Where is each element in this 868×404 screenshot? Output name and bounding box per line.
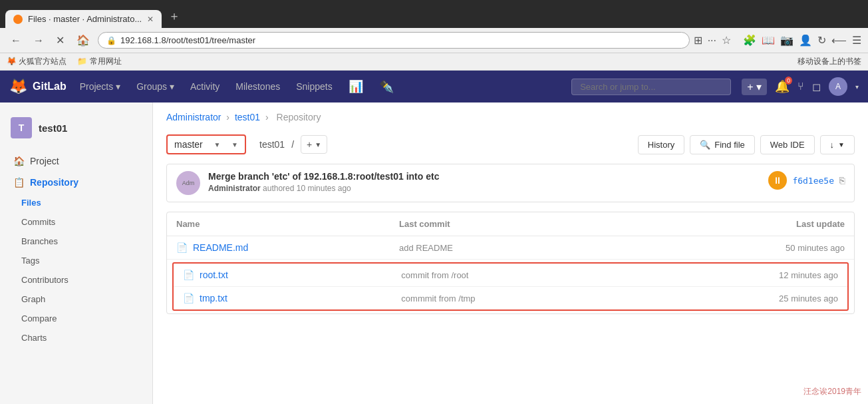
- address-bar[interactable]: 🔒 192.168.1.8/root/test01/tree/master: [98, 32, 690, 49]
- branch-actions: History 🔍 Find file Web IDE ↓ ▼: [638, 135, 855, 154]
- commits-label: Commits: [21, 217, 55, 227]
- star-icon[interactable]: ☆: [722, 34, 731, 47]
- sidebar-item-repository[interactable]: 📋 Repository: [0, 172, 152, 193]
- sidebar-item-tags[interactable]: Tags: [0, 251, 152, 270]
- screenshot-icon[interactable]: 📷: [780, 34, 794, 47]
- sidebar: T test01 🏠 Project 📋 Repository Files Co…: [0, 102, 153, 404]
- branch-selector[interactable]: master ▼: [166, 134, 246, 154]
- sidebar-repository-label: Repository: [30, 177, 78, 188]
- bookmarks-bar: 🦊 火狐官方站点 📁 常用网址 移动设备上的书签: [0, 53, 868, 71]
- file-icon-readme: 📄: [176, 242, 188, 253]
- file-row-readme[interactable]: 📄 README.md add README 50 minutes ago: [167, 236, 854, 260]
- graph-label: Graph: [21, 294, 45, 304]
- gitlab-logo[interactable]: 🦊 GitLab: [9, 78, 67, 95]
- nav-snippets[interactable]: Snippets: [293, 81, 335, 92]
- extensions-icon[interactable]: 🧩: [743, 34, 756, 47]
- file-name-root[interactable]: 📄 root.txt: [183, 270, 401, 280]
- home-button[interactable]: 🏠: [72, 33, 94, 48]
- sidebar-item-project[interactable]: 🏠 Project: [0, 150, 152, 172]
- bookmark-common[interactable]: 📁 常用网址: [77, 56, 121, 67]
- bell-icon[interactable]: 🔔0: [775, 79, 790, 94]
- file-row-root[interactable]: 📄 root.txt commit from /root 12 minutes …: [174, 264, 847, 287]
- plus-icon: +: [307, 139, 312, 150]
- breadcrumb-project[interactable]: test01: [235, 112, 260, 122]
- download-button[interactable]: ↓ ▼: [820, 135, 855, 154]
- sidebar-project-label: Project: [30, 156, 59, 166]
- bookmark-mobile[interactable]: 移动设备上的书签: [797, 56, 861, 67]
- file-name-tmp[interactable]: 📄 tmp.txt: [183, 293, 401, 303]
- commit-author-line: Administrator authored 10 minutes ago: [208, 184, 768, 193]
- profile-avatar[interactable]: A: [829, 77, 847, 96]
- reload-button[interactable]: ✕: [52, 33, 69, 48]
- plus-icon[interactable]: + ▾: [742, 79, 767, 95]
- reading-icon[interactable]: 📖: [762, 34, 775, 47]
- table-header: Name Last commit Last update: [167, 212, 854, 236]
- nav-activity[interactable]: Activity: [188, 81, 222, 92]
- tab-close-button[interactable]: ✕: [147, 15, 154, 24]
- col-last-update: Last update: [622, 219, 845, 229]
- sidebar-item-charts[interactable]: Charts: [0, 328, 152, 347]
- sidebar-item-commits[interactable]: Commits: [0, 212, 152, 232]
- file-update-root: 12 minutes ago: [620, 270, 838, 280]
- download-chevron: ▼: [838, 141, 845, 148]
- find-file-icon: 🔍: [700, 140, 710, 150]
- sidebar-item-files[interactable]: Files: [0, 193, 152, 212]
- merge-icon[interactable]: ⑂: [797, 81, 804, 93]
- browser-toolbar: ← → ✕ 🏠 🔒 192.168.1.8/root/test01/tree/m…: [0, 28, 868, 53]
- filename-tmp: tmp.txt: [200, 293, 227, 303]
- sidebar-item-compare[interactable]: Compare: [0, 309, 152, 328]
- forward-button[interactable]: →: [29, 33, 48, 48]
- pipeline-status-icon[interactable]: ⏸: [768, 171, 787, 190]
- add-file-button[interactable]: + ▼: [301, 135, 327, 154]
- file-commit-tmp: commmit from /tmp: [401, 294, 619, 303]
- breadcrumb-sep1: ›: [226, 112, 232, 122]
- find-file-label: Find file: [714, 140, 745, 150]
- menu-icon[interactable]: ☰: [852, 34, 861, 47]
- profile-icon[interactable]: 👤: [799, 34, 812, 47]
- contributors-label: Contributors: [21, 275, 69, 285]
- history-back-icon[interactable]: ⟵: [831, 34, 847, 47]
- nav-projects[interactable]: Projects ▾: [77, 81, 123, 92]
- file-commit-root: commit from /root: [401, 270, 619, 280]
- issues-icon[interactable]: ◻: [812, 81, 821, 93]
- sidebar-section: 🏠 Project 📋 Repository Files Commits Bra…: [0, 146, 152, 351]
- project-header: T test01: [0, 109, 152, 146]
- branch-row: master ▼ test01 / + ▼ History 🔍 Find fil…: [153, 129, 868, 164]
- commit-message[interactable]: Merge branch 'etc' of 192.168.1.8:root/t…: [208, 171, 768, 182]
- branch-name: master: [174, 139, 203, 150]
- sync-icon[interactable]: ↻: [817, 34, 826, 47]
- active-tab[interactable]: Files · master · Administrato... ✕: [5, 10, 162, 28]
- nav-groups[interactable]: Groups ▾: [134, 81, 177, 92]
- web-ide-button[interactable]: Web IDE: [760, 135, 815, 154]
- qr-icon[interactable]: ⊞: [694, 34, 702, 47]
- sidebar-item-branches[interactable]: Branches: [0, 232, 152, 251]
- tab-favicon: [13, 15, 23, 24]
- project-name: test01: [39, 122, 67, 134]
- file-row-tmp[interactable]: 📄 tmp.txt commmit from /tmp 25 minutes a…: [174, 287, 847, 309]
- nav-git-icon[interactable]: ✒️: [376, 79, 396, 94]
- back-button[interactable]: ←: [7, 33, 25, 48]
- nav-milestones[interactable]: Milestones: [233, 81, 283, 92]
- user-chevron[interactable]: ▾: [855, 83, 859, 91]
- project-icon: 🏠: [13, 156, 25, 166]
- browser-chrome: Files · master · Administrato... ✕ ＋: [0, 0, 868, 28]
- nav-chart-icon[interactable]: 📊: [346, 79, 366, 94]
- find-file-button[interactable]: 🔍 Find file: [690, 135, 755, 154]
- filename-root: root.txt: [200, 270, 228, 280]
- copy-hash-icon[interactable]: ⎘: [839, 175, 845, 186]
- sidebar-item-contributors[interactable]: Contributors: [0, 270, 152, 290]
- col-last-commit: Last commit: [399, 219, 622, 229]
- new-tab-button[interactable]: ＋: [162, 4, 187, 28]
- file-name-readme[interactable]: 📄 README.md: [176, 242, 399, 253]
- project-avatar: T: [11, 117, 32, 138]
- web-ide-label: Web IDE: [770, 140, 805, 150]
- commit-hash[interactable]: f6d1ee5e: [792, 176, 834, 186]
- bookmark-firefox[interactable]: 🦊 火狐官方站点: [7, 56, 67, 67]
- breadcrumb-admin[interactable]: Administrator: [166, 112, 221, 122]
- sidebar-item-graph[interactable]: Graph: [0, 290, 152, 309]
- history-btn-label: History: [648, 140, 674, 150]
- global-search-input[interactable]: [571, 79, 731, 95]
- branches-label: Branches: [21, 236, 58, 246]
- more-icon[interactable]: ···: [708, 35, 716, 47]
- history-button[interactable]: History: [638, 135, 684, 154]
